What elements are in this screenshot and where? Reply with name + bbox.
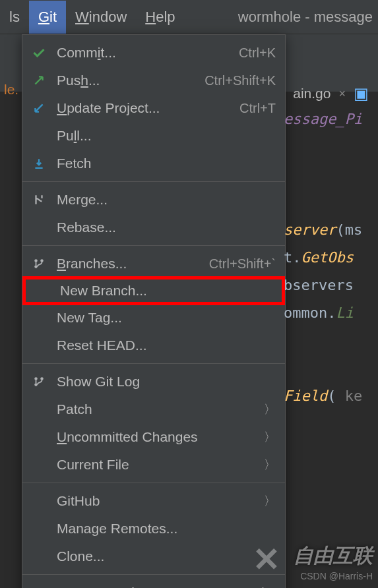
menu-item-clone[interactable]: Clone... <box>22 543 285 570</box>
blank-icon <box>30 548 47 565</box>
menu-shortcut: Ctrl+K <box>239 45 276 61</box>
chevron-right-icon: 〉 <box>264 493 276 509</box>
code-line <box>284 327 378 355</box>
menu-item-new-tag[interactable]: New Tag... <box>22 304 285 332</box>
menu-item-label: Clone... <box>57 548 276 564</box>
menu-item-vcs-operations[interactable]: VCS OperationsAlt+ <box>22 579 285 588</box>
blank-icon <box>30 401 47 418</box>
menu-git[interactable]: Git <box>29 1 66 34</box>
menu-item-label: Update Project... <box>57 100 239 116</box>
menu-item-github[interactable]: GitHub〉 <box>22 487 285 515</box>
editor-code: essage_Pi server(mst.GetObsbserversommon… <box>284 105 378 410</box>
menu-separator <box>22 574 285 575</box>
menu-item-label: Uncommitted Changes <box>57 429 259 445</box>
menu-item-label: Push... <box>57 73 205 88</box>
menu-separator <box>22 181 285 182</box>
code-line <box>284 189 378 216</box>
watermark-brand: 自由互联 <box>294 543 373 570</box>
arrow-down-icon <box>30 100 47 117</box>
menu-tools[interactable]: ls <box>0 1 29 34</box>
file-icon[interactable]: ▣ <box>354 84 369 103</box>
fetch-icon <box>30 155 47 172</box>
menu-item-label: Commit... <box>57 45 239 61</box>
menu-item-push[interactable]: Push...Ctrl+Shift+K <box>22 67 285 94</box>
blank-icon <box>30 127 47 144</box>
menu-separator <box>22 245 285 246</box>
menu-item-label: Pull... <box>57 128 276 144</box>
code-line: ommon.Li <box>284 299 378 327</box>
chevron-right-icon: 〉 <box>264 457 276 473</box>
code-line: Field( ke <box>284 382 378 410</box>
menu-shortcut: Ctrl+Shift+` <box>209 256 276 272</box>
menu-item-manage-remotes[interactable]: Manage Remotes... <box>22 515 285 543</box>
blank-icon <box>30 219 47 236</box>
file-tab[interactable]: ain.go × ▣ <box>289 78 373 109</box>
svg-point-0 <box>34 259 38 262</box>
menu-item-reset-head[interactable]: Reset HEAD... <box>22 332 285 359</box>
branch-icon <box>30 255 47 272</box>
menu-item-label: Patch <box>57 401 259 417</box>
menu-shortcut: Ctrl+T <box>239 101 276 116</box>
menu-item-label: Rebase... <box>57 220 276 235</box>
blank-icon <box>30 520 47 537</box>
menu-item-current-file[interactable]: Current File〉 <box>22 451 285 479</box>
code-line <box>284 355 378 382</box>
watermark-x-icon: ✕ <box>253 541 280 579</box>
menu-shortcut: Ctrl+Shift+K <box>205 73 276 88</box>
menu-item-label: Manage Remotes... <box>57 521 276 537</box>
window-title: wormhole - message <box>238 9 378 26</box>
branch-icon <box>30 373 47 390</box>
menu-item-label: VCS Operations <box>57 585 253 588</box>
blank-icon <box>34 282 51 299</box>
blank-icon <box>30 309 47 326</box>
menu-item-merge[interactable]: Merge... <box>22 186 285 214</box>
menu-item-label: Show Git Log <box>57 374 276 390</box>
menu-item-uncommitted-changes[interactable]: Uncommitted Changes〉 <box>22 423 285 451</box>
blank-icon <box>30 492 47 510</box>
code-line: server(ms <box>284 216 378 244</box>
merge-icon <box>30 191 47 208</box>
menu-item-pull[interactable]: Pull... <box>22 122 285 150</box>
menu-item-label: Branches... <box>57 256 209 272</box>
menu-item-branches[interactable]: Branches...Ctrl+Shift+` <box>22 250 285 278</box>
menu-item-show-git-log[interactable]: Show Git Log <box>22 368 285 396</box>
svg-point-2 <box>40 259 44 262</box>
code-line <box>284 133 378 161</box>
menu-item-label: Reset HEAD... <box>57 338 276 353</box>
chevron-right-icon: 〉 <box>264 429 276 445</box>
svg-point-3 <box>34 377 38 380</box>
menubar: ls Git Window Help wormhole - message <box>0 0 378 34</box>
code-line <box>284 161 378 189</box>
svg-point-5 <box>40 377 44 380</box>
menu-separator <box>22 483 285 483</box>
arrow-up-icon <box>30 72 47 89</box>
menu-item-fetch[interactable]: Fetch <box>22 150 285 177</box>
menu-item-label: New Tag... <box>57 310 276 326</box>
watermark: ✕ 自由互联 CSDN @Harris-H <box>294 543 373 581</box>
watermark-credit: CSDN @Harris-H <box>294 571 373 581</box>
menu-shortcut: Alt+ <box>253 585 276 589</box>
menu-separator <box>22 363 285 364</box>
menu-item-label: GitHub <box>57 493 259 509</box>
menu-item-label: Fetch <box>57 156 276 171</box>
menu-window[interactable]: Window <box>66 1 136 34</box>
menu-item-update-project[interactable]: Update Project...Ctrl+T <box>22 94 285 122</box>
check-icon <box>30 44 47 61</box>
blank-icon <box>30 584 47 588</box>
blank-icon <box>30 428 47 446</box>
close-icon[interactable]: × <box>338 87 346 101</box>
file-tab-label: ain.go <box>293 86 331 102</box>
menu-item-rebase[interactable]: Rebase... <box>22 214 285 241</box>
breadcrumb[interactable]: le. <box>0 78 22 102</box>
menu-item-patch[interactable]: Patch〉 <box>22 396 285 423</box>
menu-item-label: Merge... <box>57 192 276 208</box>
code-line: essage_Pi <box>284 105 378 133</box>
menu-item-label: Current File <box>57 457 259 473</box>
menu-help[interactable]: Help <box>136 1 184 34</box>
code-line: t.GetObs <box>284 244 378 272</box>
git-dropdown: Commit...Ctrl+KPush...Ctrl+Shift+KUpdate… <box>22 34 286 588</box>
menu-item-commit[interactable]: Commit...Ctrl+K <box>22 39 285 67</box>
chevron-right-icon: 〉 <box>264 401 276 417</box>
menu-item-label: New Branch... <box>60 283 272 299</box>
menu-item-new-branch[interactable]: New Branch... <box>22 276 285 305</box>
